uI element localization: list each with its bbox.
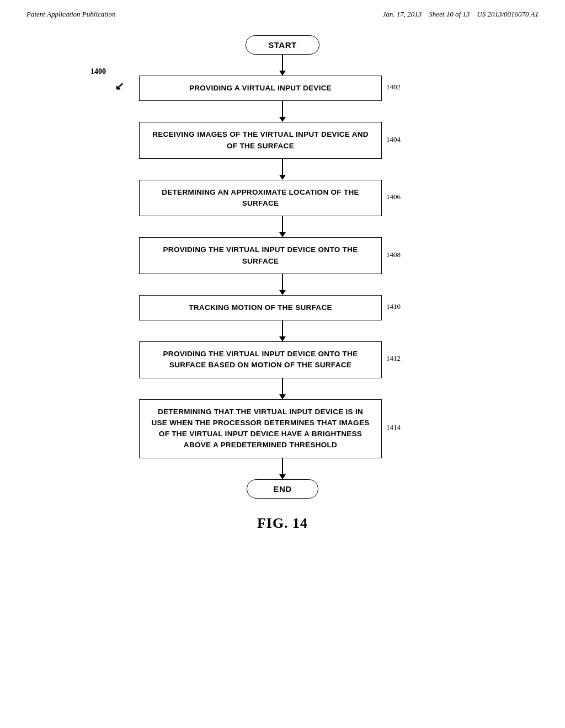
arrow-head <box>279 175 286 180</box>
arrow-4 <box>279 274 286 295</box>
process-box-1414: DETERMINING THAT THE VIRTUAL INPUT DEVIC… <box>139 399 382 458</box>
arrow-6 <box>279 378 286 399</box>
arrow-head <box>279 290 286 295</box>
arrow-1 <box>279 101 286 122</box>
figure-caption: FIG. 14 <box>257 515 308 532</box>
header-info: Jan. 17, 2013 Sheet 10 of 13 US 2013/001… <box>382 10 539 19</box>
step-label-1412: 1412 <box>386 354 401 363</box>
arrow-head <box>279 117 286 122</box>
node-row-1404: RECEIVING IMAGES OF THE VIRTUAL INPUT DE… <box>89 122 476 159</box>
connector-line <box>282 101 283 117</box>
process-box-1410: TRACKING MOTION OF THE SURFACE <box>139 295 382 320</box>
node-row-1410: TRACKING MOTION OF THE SURFACE 1410 <box>89 295 476 320</box>
arrow-head <box>279 474 286 479</box>
step-label-container-1414: 1414 <box>382 423 426 434</box>
step-label-container-1410: 1410 <box>382 302 426 313</box>
process-box-1412: PROVIDING THE VIRTUAL INPUT DEVICE ONTO … <box>139 341 382 378</box>
step-label-1404: 1404 <box>386 135 401 144</box>
step-label-container-1402: 1402 <box>382 83 426 94</box>
process-box-1408: PROVIDING THE VIRTUAL INPUT DEVICE ONTO … <box>139 237 382 274</box>
arrow-head <box>279 71 286 76</box>
step-label-1408: 1408 <box>386 250 401 259</box>
node-row-1406: DETERMINING AN APPROXIMATE LOCATION OF T… <box>89 180 476 217</box>
header-patent: US 2013/0016070 A1 <box>477 10 539 18</box>
arrow-7 <box>279 458 286 479</box>
connector-line <box>282 378 283 394</box>
step-label-container-1406: 1406 <box>382 192 426 204</box>
flowchart-diagram: 1400 ↙ START PROVIDING A VIRTUAL INPUT D… <box>89 35 476 499</box>
arrow-3 <box>279 216 286 237</box>
connector-line <box>282 55 283 71</box>
step-label-container-1412: 1412 <box>382 354 426 365</box>
diagram-label-1400: 1400 <box>90 67 106 76</box>
start-node: START <box>89 35 476 55</box>
process-box-1402: PROVIDING A VIRTUAL INPUT DEVICE <box>139 76 382 101</box>
step-label-1414: 1414 <box>386 423 401 432</box>
connector-line <box>282 159 283 175</box>
diagram-arrow-1400: ↙ <box>115 79 124 93</box>
node-row-1412: PROVIDING THE VIRTUAL INPUT DEVICE ONTO … <box>89 341 476 378</box>
connector-line <box>282 274 283 290</box>
connector-line <box>282 320 283 336</box>
start-box: START <box>246 35 319 55</box>
header-date: Jan. 17, 2013 <box>382 10 422 18</box>
arrow-head <box>279 394 286 399</box>
header-publication-type: Patent Application Publication <box>26 10 116 19</box>
step-label-1406: 1406 <box>386 192 401 201</box>
main-content: 1400 ↙ START PROVIDING A VIRTUAL INPUT D… <box>0 19 565 543</box>
process-box-1406: DETERMINING AN APPROXIMATE LOCATION OF T… <box>139 180 382 217</box>
step-label-container-1404: 1404 <box>382 135 426 146</box>
step-label-container-1408: 1408 <box>382 250 426 261</box>
end-node: END <box>89 479 476 499</box>
arrow-2 <box>279 159 286 180</box>
connector-line <box>282 458 283 474</box>
arrow-head <box>279 336 286 341</box>
arrow-5 <box>279 320 286 341</box>
node-row-1414: DETERMINING THAT THE VIRTUAL INPUT DEVIC… <box>89 399 476 458</box>
connector-line <box>282 216 283 232</box>
arrow-head <box>279 232 286 237</box>
step-label-1402: 1402 <box>386 83 401 92</box>
node-row-1408: PROVIDING THE VIRTUAL INPUT DEVICE ONTO … <box>89 237 476 274</box>
page-header: Patent Application Publication Jan. 17, … <box>0 0 565 19</box>
end-box: END <box>247 479 318 499</box>
header-sheet: Sheet 10 of 13 <box>429 10 470 18</box>
node-row-1402: PROVIDING A VIRTUAL INPUT DEVICE 1402 <box>89 76 476 101</box>
step-label-1410: 1410 <box>386 302 401 311</box>
arrow-0 <box>279 55 286 76</box>
process-box-1404: RECEIVING IMAGES OF THE VIRTUAL INPUT DE… <box>139 122 382 159</box>
